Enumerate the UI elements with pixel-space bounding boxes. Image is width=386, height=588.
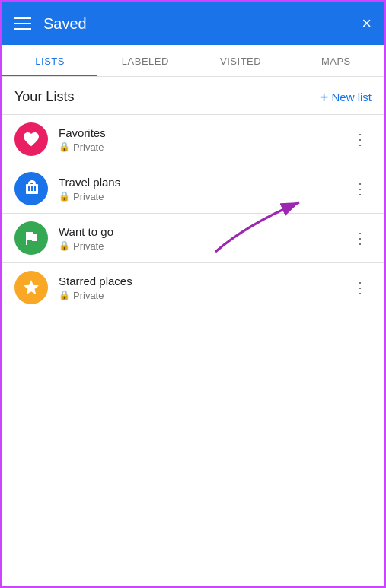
new-list-button[interactable]: + New list <box>320 90 372 105</box>
hamburger-icon[interactable] <box>14 17 31 30</box>
want-to-go-icon <box>14 221 48 255</box>
lock-icon-travel: 🔒 <box>59 191 70 202</box>
travel-plans-name: Travel plans <box>59 176 349 189</box>
list-item-travel-plans[interactable]: Travel plans 🔒 Private ⋮ <box>2 164 384 213</box>
tab-maps[interactable]: MAPS <box>289 45 384 76</box>
lists-header: Your Lists + New list <box>2 77 384 114</box>
favorites-privacy: 🔒 Private <box>59 141 349 153</box>
tab-visited[interactable]: VISITED <box>193 45 289 76</box>
lock-icon-want: 🔒 <box>59 240 70 251</box>
travel-plans-info: Travel plans 🔒 Private <box>59 176 349 202</box>
starred-places-info: Starred places 🔒 Private <box>59 275 349 301</box>
starred-places-privacy-label: Private <box>73 290 104 301</box>
content-area: Your Lists + New list Favorites 🔒 <box>2 77 384 312</box>
favorites-privacy-label: Private <box>73 141 104 153</box>
list-item-starred-places[interactable]: Starred places 🔒 Private ⋮ <box>2 262 384 312</box>
favorites-info: Favorites 🔒 Private <box>59 126 349 153</box>
favorites-name: Favorites <box>59 126 349 139</box>
favorites-icon <box>14 122 48 156</box>
close-icon[interactable]: × <box>362 15 372 32</box>
header-left: Saved <box>14 15 87 33</box>
tab-labeled[interactable]: LABELED <box>97 45 193 76</box>
new-list-label: New list <box>331 91 372 103</box>
plus-icon: + <box>320 90 329 105</box>
want-to-go-privacy: 🔒 Private <box>59 240 349 252</box>
travel-plans-privacy-label: Private <box>73 191 104 202</box>
lock-icon-starred: 🔒 <box>59 290 70 300</box>
travel-plans-more-button[interactable]: ⋮ <box>349 176 372 201</box>
want-to-go-name: Want to go <box>59 225 349 238</box>
page-title: Saved <box>43 15 87 33</box>
want-to-go-more-button[interactable]: ⋮ <box>349 226 372 250</box>
tabs-bar: LISTS LABELED VISITED MAPS <box>2 45 384 77</box>
travel-plans-privacy: 🔒 Private <box>59 191 349 202</box>
favorites-more-button[interactable]: ⋮ <box>349 127 372 151</box>
starred-places-icon <box>14 271 48 304</box>
header: Saved × <box>2 2 384 45</box>
lock-icon: 🔒 <box>59 141 70 152</box>
list-item-want-to-go[interactable]: Want to go 🔒 Private ⋮ <box>2 213 384 262</box>
want-to-go-info: Want to go 🔒 Private <box>59 225 349 252</box>
tab-lists[interactable]: LISTS <box>2 45 97 76</box>
starred-places-privacy: 🔒 Private <box>59 290 349 301</box>
starred-places-name: Starred places <box>59 275 349 288</box>
want-to-go-privacy-label: Private <box>73 240 104 252</box>
lists-section-title: Your Lists <box>14 89 74 105</box>
travel-plans-icon <box>14 172 48 205</box>
starred-places-more-button[interactable]: ⋮ <box>349 275 372 300</box>
list-item-favorites[interactable]: Favorites 🔒 Private ⋮ <box>2 114 384 164</box>
